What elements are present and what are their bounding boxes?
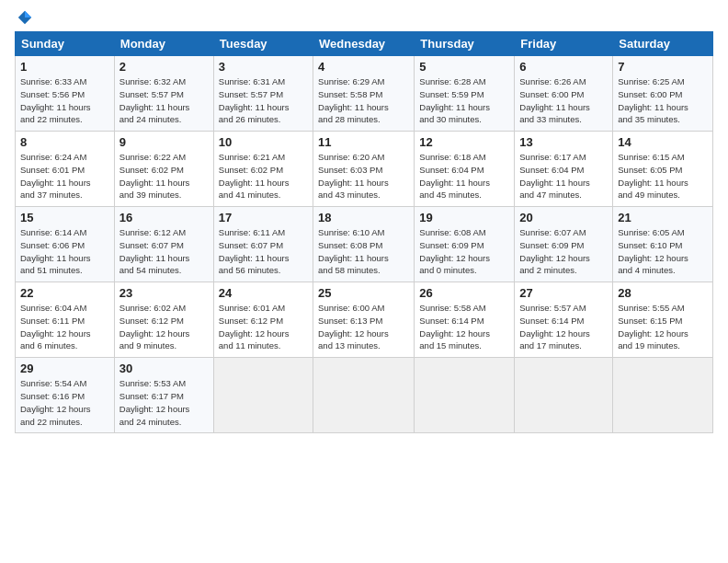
day-number: 6 <box>519 60 608 74</box>
calendar-cell: 1Sunrise: 6:33 AMSunset: 5:56 PMDaylight… <box>16 56 115 132</box>
day-number: 30 <box>119 362 209 375</box>
day-number: 8 <box>20 135 109 149</box>
calendar-week-2: 8Sunrise: 6:24 AMSunset: 6:01 PMDaylight… <box>16 132 713 207</box>
day-info: Sunrise: 6:17 AMSunset: 6:04 PMDaylight:… <box>519 151 608 201</box>
calendar-cell: 11Sunrise: 6:20 AMSunset: 6:03 PMDayligh… <box>313 132 415 207</box>
day-number: 21 <box>618 211 708 224</box>
logo <box>15 9 33 26</box>
calendar-cell: 20Sunrise: 6:07 AMSunset: 6:09 PMDayligh… <box>515 207 613 282</box>
calendar-cell: 8Sunrise: 6:24 AMSunset: 6:01 PMDaylight… <box>16 132 115 207</box>
calendar-cell <box>213 358 313 433</box>
calendar-cell: 16Sunrise: 6:12 AMSunset: 6:07 PMDayligh… <box>114 207 213 282</box>
day-number: 1 <box>20 60 109 74</box>
day-info: Sunrise: 6:29 AMSunset: 5:58 PMDaylight:… <box>318 75 409 126</box>
calendar-cell: 27Sunrise: 5:57 AMSunset: 6:14 PMDayligh… <box>515 282 613 358</box>
day-number: 28 <box>618 286 708 300</box>
weekday-header-monday: Monday <box>114 32 213 56</box>
day-info: Sunrise: 6:25 AMSunset: 6:00 PMDaylight:… <box>618 75 708 126</box>
calendar-cell: 28Sunrise: 5:55 AMSunset: 6:15 PMDayligh… <box>613 282 713 358</box>
calendar-cell: 10Sunrise: 6:21 AMSunset: 6:02 PMDayligh… <box>213 132 313 207</box>
calendar-cell: 15Sunrise: 6:14 AMSunset: 6:06 PMDayligh… <box>16 207 115 282</box>
day-number: 11 <box>318 135 409 149</box>
day-info: Sunrise: 6:33 AMSunset: 5:56 PMDaylight:… <box>20 75 109 126</box>
calendar-week-1: 1Sunrise: 6:33 AMSunset: 5:56 PMDaylight… <box>16 56 713 132</box>
day-number: 10 <box>219 135 308 149</box>
day-number: 23 <box>119 286 209 300</box>
day-info: Sunrise: 6:32 AMSunset: 5:57 PMDaylight:… <box>119 75 209 126</box>
day-number: 14 <box>618 135 708 149</box>
day-info: Sunrise: 6:24 AMSunset: 6:01 PMDaylight:… <box>20 151 109 201</box>
svg-marker-1 <box>25 11 31 17</box>
calendar-cell: 12Sunrise: 6:18 AMSunset: 6:04 PMDayligh… <box>415 132 515 207</box>
weekday-header-tuesday: Tuesday <box>213 32 313 56</box>
calendar-cell: 19Sunrise: 6:08 AMSunset: 6:09 PMDayligh… <box>415 207 515 282</box>
calendar-cell: 30Sunrise: 5:53 AMSunset: 6:17 PMDayligh… <box>114 358 213 433</box>
calendar-cell: 13Sunrise: 6:17 AMSunset: 6:04 PMDayligh… <box>515 132 613 207</box>
day-number: 17 <box>219 211 308 224</box>
calendar-week-4: 22Sunrise: 6:04 AMSunset: 6:11 PMDayligh… <box>16 282 713 358</box>
day-info: Sunrise: 6:01 AMSunset: 6:12 PMDaylight:… <box>219 302 308 352</box>
day-info: Sunrise: 6:22 AMSunset: 6:02 PMDaylight:… <box>119 151 209 201</box>
page: SundayMondayTuesdayWednesdayThursdayFrid… <box>0 0 728 563</box>
day-number: 26 <box>419 286 509 300</box>
day-info: Sunrise: 6:12 AMSunset: 6:07 PMDaylight:… <box>119 226 209 277</box>
logo-icon <box>17 9 33 26</box>
day-number: 18 <box>318 211 409 224</box>
day-number: 15 <box>20 211 109 224</box>
calendar-cell: 26Sunrise: 5:58 AMSunset: 6:14 PMDayligh… <box>415 282 515 358</box>
day-number: 22 <box>20 286 109 300</box>
day-info: Sunrise: 6:26 AMSunset: 6:00 PMDaylight:… <box>519 75 608 126</box>
day-info: Sunrise: 5:53 AMSunset: 6:17 PMDaylight:… <box>119 377 209 428</box>
weekday-header-wednesday: Wednesday <box>313 32 415 56</box>
day-number: 16 <box>119 211 209 224</box>
day-number: 20 <box>519 211 608 224</box>
calendar-cell: 9Sunrise: 6:22 AMSunset: 6:02 PMDaylight… <box>114 132 213 207</box>
day-info: Sunrise: 5:57 AMSunset: 6:14 PMDaylight:… <box>519 302 608 352</box>
day-number: 9 <box>119 135 209 149</box>
day-info: Sunrise: 6:07 AMSunset: 6:09 PMDaylight:… <box>519 226 608 277</box>
day-info: Sunrise: 6:11 AMSunset: 6:07 PMDaylight:… <box>219 226 308 277</box>
weekday-header-sunday: Sunday <box>16 32 115 56</box>
day-number: 3 <box>219 60 308 74</box>
weekday-header-row: SundayMondayTuesdayWednesdayThursdayFrid… <box>16 32 713 56</box>
day-info: Sunrise: 6:08 AMSunset: 6:09 PMDaylight:… <box>419 226 509 277</box>
calendar-cell: 18Sunrise: 6:10 AMSunset: 6:08 PMDayligh… <box>313 207 415 282</box>
calendar-table: SundayMondayTuesdayWednesdayThursdayFrid… <box>15 31 713 433</box>
calendar-cell: 2Sunrise: 6:32 AMSunset: 5:57 PMDaylight… <box>114 56 213 132</box>
calendar-week-5: 29Sunrise: 5:54 AMSunset: 6:16 PMDayligh… <box>16 358 713 433</box>
day-number: 7 <box>618 60 708 74</box>
day-info: Sunrise: 6:28 AMSunset: 5:59 PMDaylight:… <box>419 75 509 126</box>
weekday-header-thursday: Thursday <box>415 32 515 56</box>
day-number: 5 <box>419 60 509 74</box>
calendar-cell: 29Sunrise: 5:54 AMSunset: 6:16 PMDayligh… <box>16 358 115 433</box>
day-number: 29 <box>20 362 109 375</box>
calendar-week-3: 15Sunrise: 6:14 AMSunset: 6:06 PMDayligh… <box>16 207 713 282</box>
day-info: Sunrise: 5:55 AMSunset: 6:15 PMDaylight:… <box>618 302 708 352</box>
calendar-cell: 7Sunrise: 6:25 AMSunset: 6:00 PMDaylight… <box>613 56 713 132</box>
calendar-cell: 5Sunrise: 6:28 AMSunset: 5:59 PMDaylight… <box>415 56 515 132</box>
calendar-cell <box>313 358 415 433</box>
day-number: 4 <box>318 60 409 74</box>
day-info: Sunrise: 6:20 AMSunset: 6:03 PMDaylight:… <box>318 151 409 201</box>
day-info: Sunrise: 6:31 AMSunset: 5:57 PMDaylight:… <box>219 75 308 126</box>
weekday-header-friday: Friday <box>515 32 613 56</box>
day-info: Sunrise: 6:15 AMSunset: 6:05 PMDaylight:… <box>618 151 708 201</box>
calendar-cell: 4Sunrise: 6:29 AMSunset: 5:58 PMDaylight… <box>313 56 415 132</box>
calendar-cell: 6Sunrise: 6:26 AMSunset: 6:00 PMDaylight… <box>515 56 613 132</box>
day-info: Sunrise: 6:14 AMSunset: 6:06 PMDaylight:… <box>20 226 109 277</box>
calendar-cell: 14Sunrise: 6:15 AMSunset: 6:05 PMDayligh… <box>613 132 713 207</box>
header <box>15 9 713 26</box>
calendar-cell: 17Sunrise: 6:11 AMSunset: 6:07 PMDayligh… <box>213 207 313 282</box>
day-number: 25 <box>318 286 409 300</box>
day-info: Sunrise: 5:58 AMSunset: 6:14 PMDaylight:… <box>419 302 509 352</box>
calendar-cell: 25Sunrise: 6:00 AMSunset: 6:13 PMDayligh… <box>313 282 415 358</box>
day-number: 27 <box>519 286 608 300</box>
day-info: Sunrise: 6:10 AMSunset: 6:08 PMDaylight:… <box>318 226 409 277</box>
day-number: 2 <box>119 60 209 74</box>
calendar-cell <box>613 358 713 433</box>
calendar-cell: 23Sunrise: 6:02 AMSunset: 6:12 PMDayligh… <box>114 282 213 358</box>
day-info: Sunrise: 5:54 AMSunset: 6:16 PMDaylight:… <box>20 377 109 428</box>
day-info: Sunrise: 6:05 AMSunset: 6:10 PMDaylight:… <box>618 226 708 277</box>
day-number: 12 <box>419 135 509 149</box>
calendar-cell <box>515 358 613 433</box>
